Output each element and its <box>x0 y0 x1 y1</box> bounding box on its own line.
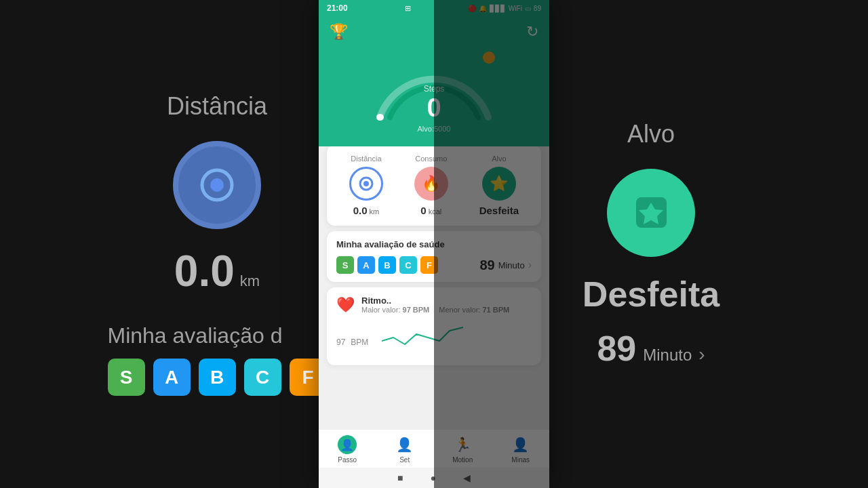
badge-c: C <box>399 256 417 274</box>
bg-left-badges: S A B C F <box>108 359 327 396</box>
bg-badge-c: C <box>244 359 281 396</box>
heart-max-label: Maior valor: 97 BPM <box>361 306 429 314</box>
nav-set-icon: 👤 <box>395 435 414 454</box>
bg-right-chevron: › <box>698 344 705 365</box>
stat-distancia-icon <box>349 167 383 201</box>
svg-point-1 <box>210 178 224 192</box>
heart-max-value: 97 BPM <box>403 306 430 314</box>
stat-distancia-title: Distância <box>351 155 381 163</box>
status-screen-icon: ⊞ <box>405 4 411 13</box>
bg-right-icon <box>607 169 695 257</box>
badge-a: A <box>357 256 375 274</box>
bg-left-sublabel: Minha avaliação d <box>108 323 327 348</box>
bg-right-label: Alvo <box>627 120 675 148</box>
bg-right-score: 89 <box>597 328 636 369</box>
health-badges: S A B C F <box>336 256 438 274</box>
status-time: 21:00 <box>327 3 348 13</box>
background-right: Alvo Desfeita 89 Minuto › <box>434 0 868 488</box>
bg-badge-s: S <box>108 359 145 396</box>
badge-b: B <box>378 256 396 274</box>
passo-icon-symbol: 👤 <box>340 439 354 451</box>
stat-distancia: Distância 0.0 km <box>349 155 383 216</box>
bg-right-score-unit: Minuto <box>643 346 692 365</box>
set-icon-symbol: 👤 <box>396 436 413 453</box>
heart-bpm-unit: BPM <box>351 338 368 347</box>
nav-passo-label: Passo <box>338 456 357 464</box>
android-stop-btn[interactable]: ■ <box>397 472 403 483</box>
stat-distancia-value: 0.0 km <box>353 205 380 216</box>
heart-current: 97 BPM <box>336 328 368 350</box>
badge-s: S <box>336 256 354 274</box>
svg-point-3 <box>363 181 369 186</box>
trophy-icon[interactable]: 🏆 <box>330 23 348 41</box>
heart-current-value: 97 BPM <box>336 328 368 349</box>
heart-bpm-number: 97 <box>336 338 345 347</box>
nav-passo[interactable]: 👤 Passo <box>338 435 357 464</box>
bg-left-value: 0.0 <box>174 246 235 296</box>
nav-set[interactable]: 👤 Set <box>395 435 414 464</box>
bg-left-icon <box>173 141 261 229</box>
nav-set-label: Set <box>399 456 410 464</box>
nav-passo-icon: 👤 <box>338 435 357 454</box>
bg-badge-a: A <box>153 359 191 396</box>
bg-left-unit: km <box>240 272 260 290</box>
heart-icon: ❤️ <box>336 296 355 314</box>
bg-badge-b: B <box>199 359 236 396</box>
bg-right-score-row: 89 Minuto › <box>597 328 705 369</box>
bg-left-label: Distância <box>167 92 267 121</box>
bg-right-value: Desfeita <box>583 274 719 314</box>
